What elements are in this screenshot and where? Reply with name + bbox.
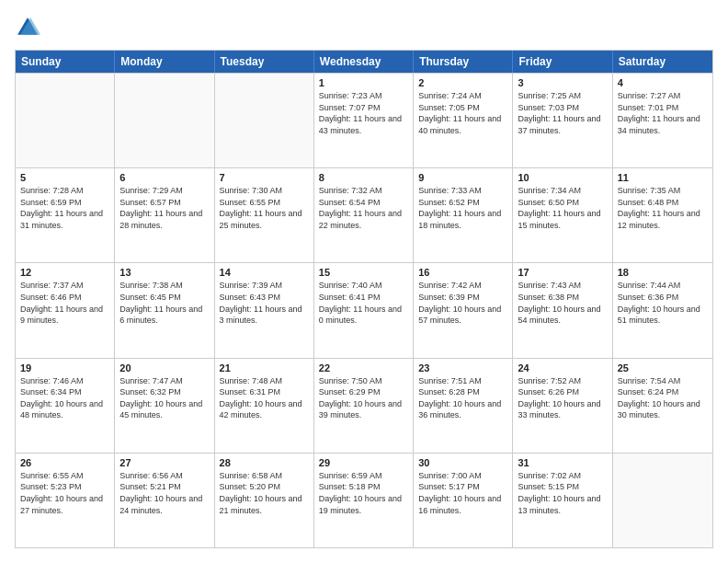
day-number: 13 bbox=[119, 267, 209, 278]
day-number: 30 bbox=[418, 457, 507, 468]
cal-cell: 27Sunrise: 6:56 AMSunset: 5:21 PMDayligh… bbox=[115, 454, 214, 547]
cell-info: Sunrise: 7:00 AMSunset: 5:17 PMDaylight:… bbox=[418, 470, 507, 516]
cal-cell: 24Sunrise: 7:52 AMSunset: 6:26 PMDayligh… bbox=[513, 359, 612, 453]
day-number: 20 bbox=[119, 362, 209, 373]
day-number: 21 bbox=[220, 362, 309, 373]
day-number: 14 bbox=[220, 267, 309, 278]
col-header-monday: Monday bbox=[115, 51, 214, 73]
day-number: 25 bbox=[618, 362, 708, 373]
cal-cell: 10Sunrise: 7:34 AMSunset: 6:50 PMDayligh… bbox=[513, 168, 612, 262]
cell-info: Sunrise: 7:33 AMSunset: 6:52 PMDaylight:… bbox=[418, 185, 507, 231]
day-number: 7 bbox=[220, 172, 309, 183]
cal-cell: 14Sunrise: 7:39 AMSunset: 6:43 PMDayligh… bbox=[215, 263, 314, 357]
cal-cell: 3Sunrise: 7:25 AMSunset: 7:03 PMDaylight… bbox=[513, 74, 612, 167]
cal-cell: 8Sunrise: 7:32 AMSunset: 6:54 PMDaylight… bbox=[314, 168, 414, 262]
logo-icon bbox=[15, 15, 40, 40]
day-number: 16 bbox=[418, 267, 507, 278]
day-number: 4 bbox=[618, 77, 708, 88]
cal-cell bbox=[215, 74, 314, 167]
calendar: SundayMondayTuesdayWednesdayThursdayFrid… bbox=[15, 50, 713, 548]
cal-cell: 30Sunrise: 7:00 AMSunset: 5:17 PMDayligh… bbox=[414, 454, 513, 547]
day-number: 6 bbox=[119, 172, 209, 183]
day-number: 19 bbox=[20, 362, 109, 373]
cal-cell: 31Sunrise: 7:02 AMSunset: 5:15 PMDayligh… bbox=[513, 454, 612, 547]
cell-info: Sunrise: 7:48 AMSunset: 6:31 PMDaylight:… bbox=[220, 375, 309, 421]
day-number: 23 bbox=[418, 362, 507, 373]
cal-cell: 28Sunrise: 6:58 AMSunset: 5:20 PMDayligh… bbox=[215, 454, 314, 547]
cal-cell: 11Sunrise: 7:35 AMSunset: 6:48 PMDayligh… bbox=[613, 168, 712, 262]
day-number: 11 bbox=[618, 172, 708, 183]
cell-info: Sunrise: 7:28 AMSunset: 6:59 PMDaylight:… bbox=[20, 185, 109, 231]
cal-cell: 26Sunrise: 6:55 AMSunset: 5:23 PMDayligh… bbox=[16, 454, 115, 547]
day-number: 3 bbox=[518, 77, 607, 88]
cal-cell: 2Sunrise: 7:24 AMSunset: 7:05 PMDaylight… bbox=[414, 74, 513, 167]
col-header-wednesday: Wednesday bbox=[314, 51, 414, 73]
day-number: 24 bbox=[518, 362, 607, 373]
cell-info: Sunrise: 7:35 AMSunset: 6:48 PMDaylight:… bbox=[618, 185, 708, 231]
day-number: 12 bbox=[20, 267, 109, 278]
cell-info: Sunrise: 7:52 AMSunset: 6:26 PMDaylight:… bbox=[518, 375, 607, 421]
col-header-friday: Friday bbox=[513, 51, 612, 73]
cell-info: Sunrise: 7:44 AMSunset: 6:36 PMDaylight:… bbox=[618, 280, 708, 326]
day-number: 10 bbox=[518, 172, 607, 183]
cal-cell: 6Sunrise: 7:29 AMSunset: 6:57 PMDaylight… bbox=[115, 168, 214, 262]
cell-info: Sunrise: 6:56 AMSunset: 5:21 PMDaylight:… bbox=[119, 470, 209, 516]
cell-info: Sunrise: 7:39 AMSunset: 6:43 PMDaylight:… bbox=[220, 280, 309, 326]
cal-cell: 16Sunrise: 7:42 AMSunset: 6:39 PMDayligh… bbox=[414, 263, 513, 357]
cal-cell: 22Sunrise: 7:50 AMSunset: 6:29 PMDayligh… bbox=[314, 359, 414, 453]
cal-row-2: 12Sunrise: 7:37 AMSunset: 6:46 PMDayligh… bbox=[16, 262, 712, 357]
cal-cell: 20Sunrise: 7:47 AMSunset: 6:32 PMDayligh… bbox=[115, 359, 214, 453]
cal-cell bbox=[16, 74, 115, 167]
cell-info: Sunrise: 7:54 AMSunset: 6:24 PMDaylight:… bbox=[618, 375, 708, 421]
cell-info: Sunrise: 6:58 AMSunset: 5:20 PMDaylight:… bbox=[220, 470, 309, 516]
cal-cell bbox=[613, 454, 712, 547]
cal-row-4: 26Sunrise: 6:55 AMSunset: 5:23 PMDayligh… bbox=[16, 453, 712, 547]
day-number: 8 bbox=[319, 172, 408, 183]
cell-info: Sunrise: 7:43 AMSunset: 6:38 PMDaylight:… bbox=[518, 280, 607, 326]
cell-info: Sunrise: 7:47 AMSunset: 6:32 PMDaylight:… bbox=[119, 375, 209, 421]
day-number: 9 bbox=[418, 172, 507, 183]
cal-cell: 7Sunrise: 7:30 AMSunset: 6:55 PMDaylight… bbox=[215, 168, 314, 262]
cell-info: Sunrise: 7:51 AMSunset: 6:28 PMDaylight:… bbox=[418, 375, 507, 421]
calendar-header: SundayMondayTuesdayWednesdayThursdayFrid… bbox=[16, 51, 712, 73]
cal-cell: 9Sunrise: 7:33 AMSunset: 6:52 PMDaylight… bbox=[414, 168, 513, 262]
page: SundayMondayTuesdayWednesdayThursdayFrid… bbox=[0, 0, 728, 563]
cell-info: Sunrise: 7:30 AMSunset: 6:55 PMDaylight:… bbox=[220, 185, 309, 231]
cal-cell bbox=[115, 74, 214, 167]
col-header-thursday: Thursday bbox=[414, 51, 513, 73]
day-number: 29 bbox=[319, 457, 408, 468]
cal-cell: 23Sunrise: 7:51 AMSunset: 6:28 PMDayligh… bbox=[414, 359, 513, 453]
day-number: 15 bbox=[319, 267, 408, 278]
day-number: 26 bbox=[20, 457, 109, 468]
day-number: 27 bbox=[119, 457, 209, 468]
cal-cell: 13Sunrise: 7:38 AMSunset: 6:45 PMDayligh… bbox=[115, 263, 214, 357]
day-number: 1 bbox=[319, 77, 408, 88]
cal-cell: 1Sunrise: 7:23 AMSunset: 7:07 PMDaylight… bbox=[314, 74, 414, 167]
cell-info: Sunrise: 7:23 AMSunset: 7:07 PMDaylight:… bbox=[319, 90, 408, 136]
cell-info: Sunrise: 7:27 AMSunset: 7:01 PMDaylight:… bbox=[618, 90, 708, 136]
day-number: 18 bbox=[618, 267, 708, 278]
cell-info: Sunrise: 7:40 AMSunset: 6:41 PMDaylight:… bbox=[319, 280, 408, 326]
cell-info: Sunrise: 7:46 AMSunset: 6:34 PMDaylight:… bbox=[20, 375, 109, 421]
cal-cell: 5Sunrise: 7:28 AMSunset: 6:59 PMDaylight… bbox=[16, 168, 115, 262]
cal-cell: 4Sunrise: 7:27 AMSunset: 7:01 PMDaylight… bbox=[613, 74, 712, 167]
cal-cell: 29Sunrise: 6:59 AMSunset: 5:18 PMDayligh… bbox=[314, 454, 414, 547]
cell-info: Sunrise: 7:38 AMSunset: 6:45 PMDaylight:… bbox=[119, 280, 209, 326]
col-header-sunday: Sunday bbox=[16, 51, 115, 73]
col-header-saturday: Saturday bbox=[613, 51, 712, 73]
cal-cell: 21Sunrise: 7:48 AMSunset: 6:31 PMDayligh… bbox=[215, 359, 314, 453]
cal-cell: 15Sunrise: 7:40 AMSunset: 6:41 PMDayligh… bbox=[314, 263, 414, 357]
cal-row-3: 19Sunrise: 7:46 AMSunset: 6:34 PMDayligh… bbox=[16, 358, 712, 453]
cell-info: Sunrise: 7:24 AMSunset: 7:05 PMDaylight:… bbox=[418, 90, 507, 136]
day-number: 28 bbox=[220, 457, 309, 468]
cal-row-0: 1Sunrise: 7:23 AMSunset: 7:07 PMDaylight… bbox=[16, 73, 712, 167]
cal-cell: 17Sunrise: 7:43 AMSunset: 6:38 PMDayligh… bbox=[513, 263, 612, 357]
cell-info: Sunrise: 7:42 AMSunset: 6:39 PMDaylight:… bbox=[418, 280, 507, 326]
day-number: 2 bbox=[418, 77, 507, 88]
cal-cell: 18Sunrise: 7:44 AMSunset: 6:36 PMDayligh… bbox=[613, 263, 712, 357]
cal-cell: 25Sunrise: 7:54 AMSunset: 6:24 PMDayligh… bbox=[613, 359, 712, 453]
cell-info: Sunrise: 7:50 AMSunset: 6:29 PMDaylight:… bbox=[319, 375, 408, 421]
cell-info: Sunrise: 7:29 AMSunset: 6:57 PMDaylight:… bbox=[119, 185, 209, 231]
cal-cell: 12Sunrise: 7:37 AMSunset: 6:46 PMDayligh… bbox=[16, 263, 115, 357]
day-number: 5 bbox=[20, 172, 109, 183]
